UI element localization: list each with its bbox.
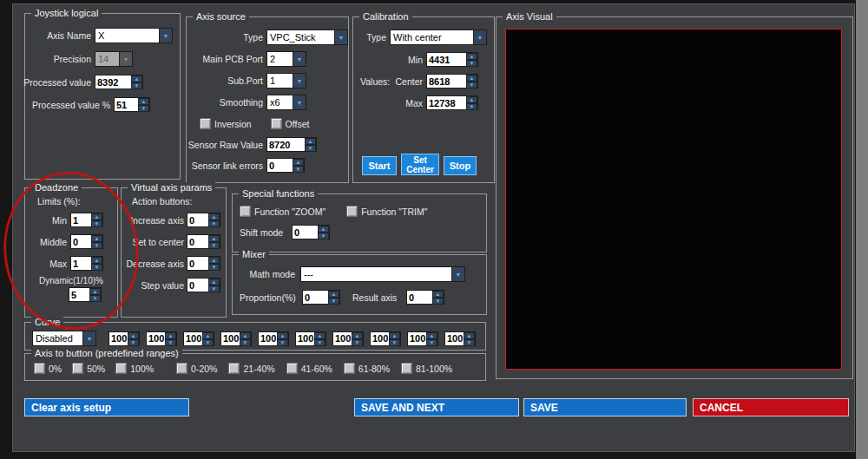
spinner-down-button[interactable]: ▼ (165, 339, 176, 346)
spinner-up-button[interactable]: ▲ (208, 257, 220, 264)
spinner-value-field[interactable]: 100 (371, 332, 389, 345)
spinner-down-button[interactable]: ▼ (314, 339, 326, 346)
dropdown-arrow-icon[interactable]: ▼ (473, 30, 486, 44)
spinner-value-field[interactable]: 12738 (427, 96, 466, 109)
curve-point-spinner[interactable]: 100▲▼ (444, 331, 476, 346)
calibration-center-spinner[interactable]: 8618▲▼ (426, 74, 478, 89)
spinner-value-field[interactable]: 100 (259, 332, 277, 345)
spinner-value-field[interactable]: 4431 (427, 53, 466, 66)
range-checkbox-21-40[interactable]: 21-40% (228, 363, 274, 374)
spinner-up-button[interactable]: ▲ (293, 159, 304, 166)
spinner-down-button[interactable]: ▼ (293, 166, 304, 173)
spinner-up-button[interactable]: ▲ (318, 226, 329, 233)
dropdown-arrow-icon[interactable]: ▼ (334, 30, 347, 44)
spinner-value-field[interactable]: 100 (296, 332, 314, 345)
spinner-up-button[interactable]: ▲ (426, 332, 437, 339)
range-checkbox-41-60[interactable]: 41-60% (286, 363, 332, 374)
increase-axis-spinner[interactable]: 0▲▼ (187, 213, 220, 227)
range-checkbox-50pct[interactable]: 50% (72, 363, 105, 374)
spinner-down-button[interactable]: ▼ (466, 82, 477, 89)
spinner-down-button[interactable]: ▼ (128, 339, 139, 346)
spinner-value-field[interactable]: 0 (293, 226, 318, 239)
function-trim-checkbox[interactable]: Function "TRIM" (346, 206, 427, 217)
spinner-value-field[interactable]: 0 (267, 159, 293, 172)
spinner-up-button[interactable]: ▲ (464, 332, 475, 339)
spinner-down-button[interactable]: ▼ (464, 339, 475, 346)
spinner-up-button[interactable]: ▲ (91, 257, 102, 264)
curve-point-spinner[interactable]: 100▲▼ (146, 331, 177, 346)
curve-point-spinner[interactable]: 100▲▼ (332, 331, 364, 346)
spinner-down-button[interactable]: ▼ (208, 220, 220, 227)
start-button[interactable]: Start (362, 156, 397, 175)
spinner-value-field[interactable]: 0 (187, 235, 208, 248)
spinner-up-button[interactable]: ▲ (432, 291, 444, 298)
spinner-down-button[interactable]: ▼ (277, 339, 288, 346)
spinner-down-button[interactable]: ▼ (138, 105, 149, 112)
spinner-up-button[interactable]: ▲ (131, 75, 142, 82)
dropdown-arrow-icon[interactable]: ▼ (159, 29, 172, 43)
spinner-down-button[interactable]: ▼ (202, 339, 214, 346)
deadzone-max-spinner[interactable]: 1▲▼ (70, 256, 103, 271)
stop-button[interactable]: Stop (444, 156, 477, 175)
clear-axis-setup-button[interactable]: Clear axis setup (24, 398, 189, 416)
result-axis-spinner[interactable]: 0▲▼ (406, 290, 444, 305)
calibration-max-spinner[interactable]: 12738▲▼ (426, 95, 478, 110)
sensor-link-errors-spinner[interactable]: 0▲▼ (266, 158, 305, 173)
dropdown-arrow-icon[interactable]: ▼ (451, 267, 464, 281)
spinner-value-field[interactable]: 100 (408, 332, 426, 345)
spinner-down-button[interactable]: ▼ (131, 82, 142, 89)
range-checkbox-81-100[interactable]: 81-100% (401, 363, 452, 374)
calibration-type-select[interactable]: With center▼ (390, 30, 487, 45)
spinner-value-field[interactable]: 8720 (267, 138, 305, 151)
axis-name-select[interactable]: X▼ (95, 28, 173, 43)
spinner-up-button[interactable]: ▲ (202, 332, 214, 339)
spinner-up-button[interactable]: ▲ (91, 235, 102, 242)
dropdown-arrow-icon[interactable]: ▼ (293, 74, 306, 88)
spinner-value-field[interactable]: 1 (71, 213, 91, 226)
proportion-spinner[interactable]: 0▲▼ (302, 290, 340, 305)
spinner-down-button[interactable]: ▼ (426, 339, 437, 346)
decrease-axis-spinner[interactable]: 0▲▼ (187, 256, 220, 271)
spinner-value-field[interactable]: 100 (184, 332, 202, 345)
shift-mode-spinner[interactable]: 0▲▼ (292, 225, 330, 239)
curve-point-spinner[interactable]: 100▲▼ (220, 331, 252, 346)
spinner-down-button[interactable]: ▼ (432, 298, 444, 305)
spinner-value-field[interactable]: 8618 (427, 75, 466, 88)
sub-port-select[interactable]: 1▼ (266, 73, 306, 89)
spinner-up-button[interactable]: ▲ (389, 332, 400, 339)
main-pcb-port-select[interactable]: 2▼ (266, 51, 306, 67)
spinner-value-field[interactable]: 0 (303, 291, 328, 304)
source-type-select[interactable]: VPC_Stick▼ (266, 30, 348, 45)
spinner-value-field[interactable]: 8392 (95, 75, 131, 89)
spinner-up-button[interactable]: ▲ (165, 332, 176, 339)
spinner-down-button[interactable]: ▼ (91, 242, 102, 249)
curve-point-spinner[interactable]: 100▲▼ (407, 331, 438, 346)
cancel-button[interactable]: CANCEL (693, 398, 849, 416)
spinner-value-field[interactable]: 100 (445, 332, 464, 345)
spinner-value-field[interactable]: 51 (115, 98, 138, 111)
spinner-value-field[interactable]: 100 (221, 332, 240, 345)
sensor-raw-value-spinner[interactable]: 8720▲▼ (266, 137, 317, 152)
curve-point-spinner[interactable]: 100▲▼ (183, 331, 214, 346)
spinner-up-button[interactable]: ▲ (352, 332, 363, 339)
spinner-up-button[interactable]: ▲ (466, 53, 477, 60)
math-mode-select[interactable]: ---▼ (300, 266, 465, 282)
spinner-value-field[interactable]: 0 (187, 213, 208, 226)
spinner-value-field[interactable]: 0 (71, 235, 91, 248)
spinner-value-field[interactable]: 0 (187, 279, 208, 292)
calibration-min-spinner[interactable]: 4431▲▼ (426, 52, 478, 67)
spinner-down-button[interactable]: ▼ (208, 285, 220, 292)
smoothing-select[interactable]: x6▼ (266, 95, 306, 110)
curve-point-spinner[interactable]: 100▲▼ (258, 331, 289, 346)
spinner-up-button[interactable]: ▲ (138, 98, 149, 105)
deadzone-min-spinner[interactable]: 1▲▼ (70, 213, 103, 227)
curve-mode-select[interactable]: Disabled▼ (32, 331, 96, 346)
curve-point-spinner[interactable]: 100▲▼ (108, 331, 140, 346)
spinner-down-button[interactable]: ▼ (208, 264, 220, 271)
spinner-up-button[interactable]: ▲ (466, 75, 477, 82)
curve-point-spinner[interactable]: 100▲▼ (370, 331, 401, 346)
range-checkbox-0-20[interactable]: 0-20% (176, 363, 217, 374)
spinner-down-button[interactable]: ▼ (91, 264, 102, 271)
set-center-button[interactable]: Set Center (401, 154, 439, 175)
spinner-value-field[interactable]: 0 (187, 257, 208, 270)
